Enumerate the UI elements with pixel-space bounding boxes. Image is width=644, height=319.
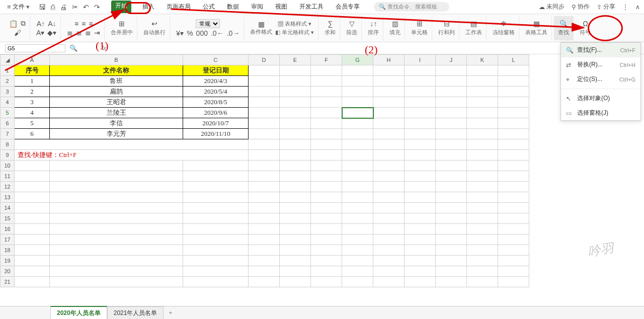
menu-find[interactable]: 🔍 查找(F)... Ctrl+F (561, 43, 640, 57)
font-color-icon[interactable]: A▾ (36, 29, 44, 37)
col-header[interactable]: B (50, 55, 183, 65)
col-header[interactable]: L (498, 55, 529, 65)
wrap-group[interactable]: ↩ 自动换行 (139, 16, 170, 40)
fill-group[interactable]: ▥填充 (385, 16, 405, 40)
row-header[interactable]: 7 (1, 129, 15, 139)
row-header[interactable]: 1 (1, 65, 15, 76)
align-center-icon[interactable]: ≣ (76, 29, 82, 37)
fx-label[interactable]: fx (102, 45, 106, 52)
col-header[interactable]: D (249, 55, 280, 65)
col-header[interactable]: A (15, 55, 50, 65)
filter-group[interactable]: ▽筛选 (342, 16, 362, 40)
row-header[interactable]: 9 (1, 150, 15, 161)
file-menu[interactable]: ≡ 文件 ▾ (4, 2, 33, 12)
tab-formula[interactable]: 公式 (202, 1, 216, 13)
align-bot-icon[interactable]: ≡ (89, 20, 93, 28)
align-top-icon[interactable]: ≡ (74, 20, 78, 28)
format-painter-icon[interactable]: 🖌 (14, 29, 21, 37)
menu-selection-pane[interactable]: ▭ 选择窗格(J) (561, 106, 640, 120)
font-decrease-icon[interactable]: A↓ (48, 20, 56, 28)
cells-group[interactable]: ⊞单元格 (407, 16, 432, 40)
zoom-icon[interactable]: 🔍 (69, 44, 77, 52)
select-all-corner[interactable]: ◢ (1, 55, 15, 65)
print-preview-icon[interactable]: ⎙ (51, 3, 55, 11)
sort-group[interactable]: ↓↑排序 (364, 16, 383, 40)
tab-view[interactable]: 视图 (274, 1, 288, 13)
tab-insert[interactable]: 插入 (141, 1, 155, 13)
col-header[interactable]: F (311, 55, 342, 65)
row-header[interactable]: 5 (1, 108, 15, 118)
inc-dec-icon[interactable]: .0← (211, 29, 224, 37)
redo-icon[interactable]: ↷ (94, 3, 100, 11)
fill-color-icon[interactable]: ◆▾ (47, 29, 56, 37)
col-header[interactable]: I (405, 55, 436, 65)
paste-icon[interactable]: 📋 (9, 20, 18, 28)
copy-icon[interactable]: ⧉ (21, 19, 26, 28)
row-header[interactable]: 8 (1, 139, 15, 150)
expand-icon[interactable]: ∧ (635, 4, 640, 11)
menu-replace[interactable]: ⇄ 替换(R)... Ctrl+H (561, 57, 640, 72)
print-icon[interactable]: 🖨 (60, 3, 67, 11)
tab-data[interactable]: 数据 (226, 1, 240, 13)
align-right-icon[interactable]: ≣ (85, 29, 91, 37)
align-left-icon[interactable]: ≣ (67, 29, 73, 37)
rowcol-group[interactable]: ⊟行和列 (434, 16, 459, 40)
row-header[interactable]: 6 (1, 118, 15, 129)
more-icon[interactable]: ⋮ (622, 4, 628, 11)
ribbon-tabs: 开始 插入 页面布局 公式 数据 审阅 视图 开发工具 会员专享 (111, 1, 361, 13)
row-header[interactable]: 4 (1, 97, 15, 108)
col-header[interactable]: E (280, 55, 311, 65)
name-box[interactable] (5, 44, 65, 52)
cut-icon[interactable]: ✂ (72, 3, 78, 11)
cond-format-button[interactable]: ▦条件格式 (250, 20, 272, 36)
sheet-group[interactable]: ▤工作表 (461, 16, 487, 40)
magnifier-icon: 🔍 (559, 20, 568, 28)
ribbon: 📋⧉ 🖌 A↑A↓ A▾◆▾ ≡≡≡ ≣≣≣⇥ ⊞ 合并居中 ↩ 自动换行 常规… (0, 14, 644, 42)
symbol-group[interactable]: Ω符号 (576, 16, 595, 40)
command-search[interactable]: 🔍 查找命令、搜索模板 (374, 2, 449, 12)
currency-icon[interactable]: ¥▾ (176, 29, 184, 37)
sheet-tab[interactable]: 2021年人员名单 (107, 306, 164, 320)
sync-status[interactable]: ☁未同步 (539, 3, 565, 11)
tab-member[interactable]: 会员专享 (335, 1, 361, 13)
menu-select-objects[interactable]: ↖ 选择对象(O) (561, 91, 640, 106)
tabletool-group[interactable]: ▦表格工具 (521, 16, 552, 40)
cell-style-button[interactable]: ◧ 单元格样式 ▾ (275, 29, 314, 36)
percent-icon[interactable]: % (187, 29, 193, 37)
row-header[interactable]: 3 (1, 87, 15, 97)
font-increase-icon[interactable]: A↑ (37, 20, 45, 28)
merge-group[interactable]: ⊞ 合并居中 (107, 16, 137, 40)
add-sheet-button[interactable]: + (164, 307, 177, 318)
sum-group[interactable]: ∑求和 (320, 16, 340, 40)
sheet-tab[interactable]: 2020年人员名单 (50, 306, 107, 319)
cell[interactable]: 登记日期 (183, 65, 249, 76)
row-header[interactable]: 2 (1, 76, 15, 87)
note-cell[interactable]: 查找-快捷键：Ctrl+F (15, 150, 249, 161)
cell[interactable]: 文件名称 (50, 65, 183, 76)
save-icon[interactable]: 🖫 (39, 3, 46, 11)
dec-inc-icon[interactable]: .0→ (227, 29, 240, 37)
tab-layout[interactable]: 页面布局 (166, 1, 192, 13)
coop-button[interactable]: ⚲协作 (572, 3, 590, 11)
tab-dev[interactable]: 开发工具 (298, 1, 325, 13)
tab-review[interactable]: 审阅 (250, 1, 264, 13)
share-button[interactable]: ⇪分享 (597, 3, 615, 11)
indent-icon[interactable]: ⇥ (94, 29, 100, 37)
cell[interactable]: 序号 (15, 65, 50, 76)
comma-icon[interactable]: 000 (196, 29, 208, 37)
active-cell[interactable] (342, 108, 373, 118)
col-header[interactable]: J (436, 55, 467, 65)
menu-goto[interactable]: ⌖ 定位(S)... Ctrl+G (561, 72, 640, 87)
col-header[interactable]: H (373, 55, 405, 65)
find-group[interactable]: 🔍查找 (554, 16, 574, 40)
col-header[interactable]: G (342, 55, 373, 65)
col-header[interactable]: K (467, 55, 498, 65)
freeze-group[interactable]: ❄冻结窗格 (489, 16, 519, 40)
align-mid-icon[interactable]: ≡ (82, 20, 86, 28)
table-style-button[interactable]: ▦ 表格样式 ▾ (278, 20, 311, 28)
number-format-select[interactable]: 常规 (196, 19, 220, 28)
undo-icon[interactable]: ↶ (83, 3, 89, 11)
tab-start[interactable]: 开始 (111, 1, 131, 13)
col-header[interactable]: C (183, 55, 249, 65)
spreadsheet-grid[interactable]: ◢ A B C D E F G H I J K L 1 序号 文件名称 登记日期… (0, 54, 644, 287)
